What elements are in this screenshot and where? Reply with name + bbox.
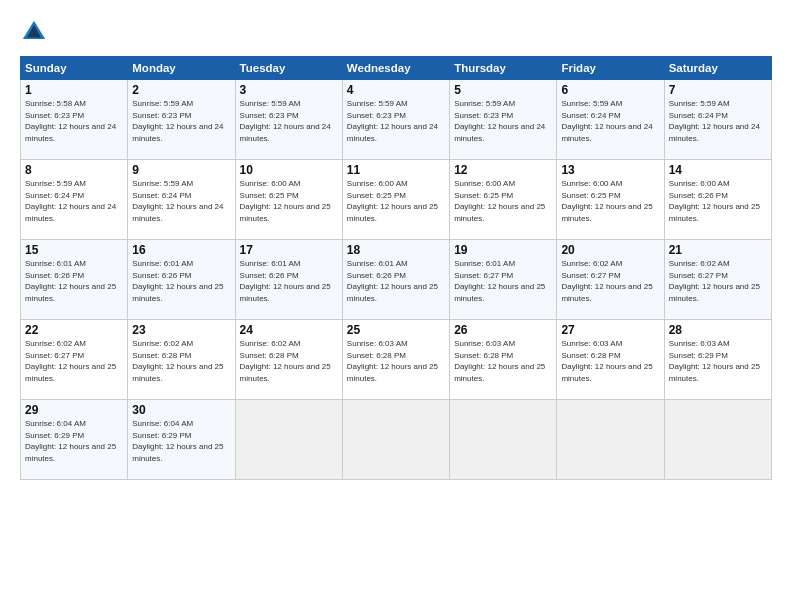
day-info: Sunrise: 6:03 AMSunset: 6:28 PMDaylight:…	[347, 338, 445, 384]
day-number: 5	[454, 83, 552, 97]
day-info: Sunrise: 5:59 AMSunset: 6:24 PMDaylight:…	[561, 98, 659, 144]
header-row: Sunday Monday Tuesday Wednesday Thursday…	[21, 57, 772, 80]
day-number: 2	[132, 83, 230, 97]
day-info: Sunrise: 6:02 AMSunset: 6:27 PMDaylight:…	[561, 258, 659, 304]
day-number: 29	[25, 403, 123, 417]
table-row: 22 Sunrise: 6:02 AMSunset: 6:27 PMDaylig…	[21, 320, 128, 400]
day-number: 23	[132, 323, 230, 337]
day-info: Sunrise: 6:03 AMSunset: 6:29 PMDaylight:…	[669, 338, 767, 384]
day-info: Sunrise: 5:58 AMSunset: 6:23 PMDaylight:…	[25, 98, 123, 144]
table-row: 16 Sunrise: 6:01 AMSunset: 6:26 PMDaylig…	[128, 240, 235, 320]
day-number: 28	[669, 323, 767, 337]
col-friday: Friday	[557, 57, 664, 80]
day-info: Sunrise: 5:59 AMSunset: 6:23 PMDaylight:…	[347, 98, 445, 144]
table-row: 19 Sunrise: 6:01 AMSunset: 6:27 PMDaylig…	[450, 240, 557, 320]
day-number: 12	[454, 163, 552, 177]
table-row: 21 Sunrise: 6:02 AMSunset: 6:27 PMDaylig…	[664, 240, 771, 320]
table-row: 8 Sunrise: 5:59 AMSunset: 6:24 PMDayligh…	[21, 160, 128, 240]
day-info: Sunrise: 6:04 AMSunset: 6:29 PMDaylight:…	[132, 418, 230, 464]
calendar-body: 1 Sunrise: 5:58 AMSunset: 6:23 PMDayligh…	[21, 80, 772, 480]
day-info: Sunrise: 6:01 AMSunset: 6:26 PMDaylight:…	[240, 258, 338, 304]
calendar-header: Sunday Monday Tuesday Wednesday Thursday…	[21, 57, 772, 80]
day-number: 24	[240, 323, 338, 337]
day-info: Sunrise: 6:04 AMSunset: 6:29 PMDaylight:…	[25, 418, 123, 464]
day-info: Sunrise: 6:01 AMSunset: 6:26 PMDaylight:…	[25, 258, 123, 304]
table-row: 20 Sunrise: 6:02 AMSunset: 6:27 PMDaylig…	[557, 240, 664, 320]
day-info: Sunrise: 6:01 AMSunset: 6:26 PMDaylight:…	[347, 258, 445, 304]
table-row	[557, 400, 664, 480]
day-info: Sunrise: 6:01 AMSunset: 6:27 PMDaylight:…	[454, 258, 552, 304]
day-number: 18	[347, 243, 445, 257]
day-info: Sunrise: 6:00 AMSunset: 6:25 PMDaylight:…	[240, 178, 338, 224]
table-row: 17 Sunrise: 6:01 AMSunset: 6:26 PMDaylig…	[235, 240, 342, 320]
col-saturday: Saturday	[664, 57, 771, 80]
day-info: Sunrise: 5:59 AMSunset: 6:23 PMDaylight:…	[454, 98, 552, 144]
calendar-table: Sunday Monday Tuesday Wednesday Thursday…	[20, 56, 772, 480]
table-row: 28 Sunrise: 6:03 AMSunset: 6:29 PMDaylig…	[664, 320, 771, 400]
day-number: 8	[25, 163, 123, 177]
day-info: Sunrise: 6:00 AMSunset: 6:25 PMDaylight:…	[561, 178, 659, 224]
day-number: 15	[25, 243, 123, 257]
day-number: 7	[669, 83, 767, 97]
table-row	[450, 400, 557, 480]
day-info: Sunrise: 5:59 AMSunset: 6:24 PMDaylight:…	[132, 178, 230, 224]
day-info: Sunrise: 5:59 AMSunset: 6:23 PMDaylight:…	[240, 98, 338, 144]
calendar-page: Sunday Monday Tuesday Wednesday Thursday…	[0, 0, 792, 612]
table-row: 15 Sunrise: 6:01 AMSunset: 6:26 PMDaylig…	[21, 240, 128, 320]
day-info: Sunrise: 6:00 AMSunset: 6:26 PMDaylight:…	[669, 178, 767, 224]
table-row	[342, 400, 449, 480]
logo-icon	[20, 18, 48, 46]
day-info: Sunrise: 6:02 AMSunset: 6:28 PMDaylight:…	[240, 338, 338, 384]
day-info: Sunrise: 6:02 AMSunset: 6:28 PMDaylight:…	[132, 338, 230, 384]
day-number: 6	[561, 83, 659, 97]
table-row: 10 Sunrise: 6:00 AMSunset: 6:25 PMDaylig…	[235, 160, 342, 240]
table-row: 7 Sunrise: 5:59 AMSunset: 6:24 PMDayligh…	[664, 80, 771, 160]
table-row	[664, 400, 771, 480]
table-row: 3 Sunrise: 5:59 AMSunset: 6:23 PMDayligh…	[235, 80, 342, 160]
day-info: Sunrise: 5:59 AMSunset: 6:24 PMDaylight:…	[25, 178, 123, 224]
day-number: 1	[25, 83, 123, 97]
table-row: 6 Sunrise: 5:59 AMSunset: 6:24 PMDayligh…	[557, 80, 664, 160]
day-info: Sunrise: 5:59 AMSunset: 6:24 PMDaylight:…	[669, 98, 767, 144]
logo	[20, 18, 52, 46]
day-number: 26	[454, 323, 552, 337]
table-row	[235, 400, 342, 480]
day-number: 14	[669, 163, 767, 177]
day-info: Sunrise: 5:59 AMSunset: 6:23 PMDaylight:…	[132, 98, 230, 144]
table-row: 5 Sunrise: 5:59 AMSunset: 6:23 PMDayligh…	[450, 80, 557, 160]
day-number: 21	[669, 243, 767, 257]
table-row: 24 Sunrise: 6:02 AMSunset: 6:28 PMDaylig…	[235, 320, 342, 400]
table-row: 4 Sunrise: 5:59 AMSunset: 6:23 PMDayligh…	[342, 80, 449, 160]
table-row: 2 Sunrise: 5:59 AMSunset: 6:23 PMDayligh…	[128, 80, 235, 160]
col-thursday: Thursday	[450, 57, 557, 80]
day-info: Sunrise: 6:03 AMSunset: 6:28 PMDaylight:…	[454, 338, 552, 384]
day-number: 27	[561, 323, 659, 337]
col-monday: Monday	[128, 57, 235, 80]
day-number: 17	[240, 243, 338, 257]
table-row: 25 Sunrise: 6:03 AMSunset: 6:28 PMDaylig…	[342, 320, 449, 400]
header	[20, 18, 772, 46]
col-wednesday: Wednesday	[342, 57, 449, 80]
table-row: 11 Sunrise: 6:00 AMSunset: 6:25 PMDaylig…	[342, 160, 449, 240]
col-tuesday: Tuesday	[235, 57, 342, 80]
table-row: 9 Sunrise: 5:59 AMSunset: 6:24 PMDayligh…	[128, 160, 235, 240]
table-row: 13 Sunrise: 6:00 AMSunset: 6:25 PMDaylig…	[557, 160, 664, 240]
day-info: Sunrise: 6:01 AMSunset: 6:26 PMDaylight:…	[132, 258, 230, 304]
day-number: 20	[561, 243, 659, 257]
table-row: 1 Sunrise: 5:58 AMSunset: 6:23 PMDayligh…	[21, 80, 128, 160]
day-number: 13	[561, 163, 659, 177]
day-number: 4	[347, 83, 445, 97]
day-info: Sunrise: 6:02 AMSunset: 6:27 PMDaylight:…	[669, 258, 767, 304]
day-number: 19	[454, 243, 552, 257]
day-number: 10	[240, 163, 338, 177]
day-info: Sunrise: 6:02 AMSunset: 6:27 PMDaylight:…	[25, 338, 123, 384]
col-sunday: Sunday	[21, 57, 128, 80]
day-info: Sunrise: 6:00 AMSunset: 6:25 PMDaylight:…	[347, 178, 445, 224]
day-info: Sunrise: 6:03 AMSunset: 6:28 PMDaylight:…	[561, 338, 659, 384]
day-number: 30	[132, 403, 230, 417]
table-row: 27 Sunrise: 6:03 AMSunset: 6:28 PMDaylig…	[557, 320, 664, 400]
table-row: 12 Sunrise: 6:00 AMSunset: 6:25 PMDaylig…	[450, 160, 557, 240]
table-row: 14 Sunrise: 6:00 AMSunset: 6:26 PMDaylig…	[664, 160, 771, 240]
day-number: 22	[25, 323, 123, 337]
day-number: 25	[347, 323, 445, 337]
